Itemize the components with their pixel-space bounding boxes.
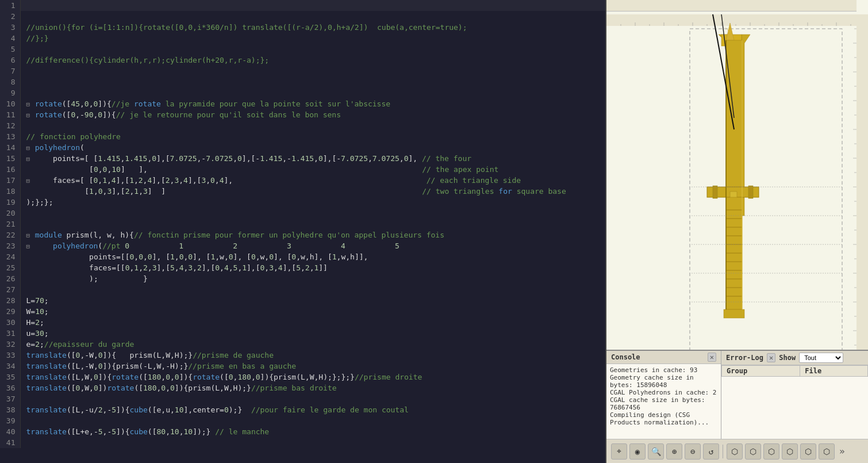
code-line[interactable]: L=70; <box>20 295 605 306</box>
fold-icon[interactable]: ⊟ <box>26 101 34 108</box>
view-front-button[interactable]: ⬡ <box>745 443 761 460</box>
line-number: 3 <box>0 22 20 33</box>
code-line[interactable]: translate([L,W,0]){rotate([180,0,0]){rot… <box>20 372 605 382</box>
code-line[interactable]: ); } <box>20 273 605 284</box>
col-file: File <box>800 366 868 377</box>
console-title: Console <box>611 353 640 361</box>
code-line[interactable]: translate([L+e,-5,-5]){cube([80,10,10]);… <box>20 426 605 437</box>
code-line[interactable] <box>20 66 605 76</box>
col-group: Group <box>722 366 800 377</box>
error-table: Group File <box>721 365 868 377</box>
code-line[interactable]: //difference(){cylinder(h,r,r);cylinder(… <box>20 55 605 66</box>
fold-icon[interactable]: ⊟ <box>26 177 34 185</box>
error-log-header: Error-Log ✕ Show ToutErrorsWarnings <box>721 351 868 365</box>
svg-rect-58 <box>748 186 753 198</box>
code-line[interactable] <box>20 0 605 11</box>
code-line[interactable]: ⊟ rotate([0,-90,0]){// je le retourne po… <box>20 109 605 120</box>
fold-icon[interactable]: ⊟ <box>26 232 34 239</box>
line-number: 17 <box>0 175 20 186</box>
code-line[interactable]: translate([0,-W,0]){ prism(L,W,H);}//pri… <box>20 350 605 361</box>
line-number: 7 <box>0 66 20 76</box>
code-line[interactable]: points=[[0,0,0], [1,0,0], [1,w,0], [0,w,… <box>20 251 605 262</box>
show-select[interactable]: ToutErrorsWarnings <box>799 353 843 363</box>
reset-view-button[interactable]: ↺ <box>703 443 719 460</box>
table-row: 29W=10; <box>0 306 605 317</box>
code-line[interactable] <box>20 120 605 131</box>
view-left-button[interactable]: ⬡ <box>782 443 798 460</box>
show-label: Show <box>779 354 796 362</box>
table-row: 33translate([0,-W,0]){ prism(L,W,H);}//p… <box>0 350 605 361</box>
code-line[interactable]: ⊟ polyhedron(//pt 0 1 2 3 4 5 <box>20 240 605 251</box>
table-row: 9 <box>0 87 605 98</box>
fold-icon[interactable]: ⊟ <box>26 112 34 119</box>
code-line[interactable] <box>20 415 605 426</box>
line-number: 24 <box>0 251 20 262</box>
line-number: 23 <box>0 240 20 251</box>
line-number: 1 <box>0 0 20 11</box>
console-close-button[interactable]: ✕ <box>708 353 716 362</box>
code-line[interactable]: // fonction polyhedre <box>20 131 605 142</box>
code-line[interactable]: [0,0,10] ], // the apex point <box>20 164 605 175</box>
console-line: CGAL cache size in bytes: 76867456 <box>610 396 717 411</box>
code-line[interactable] <box>20 437 605 448</box>
code-line[interactable]: );};}; <box>20 197 605 208</box>
code-line[interactable]: //};} <box>20 33 605 44</box>
code-line[interactable]: W=10; <box>20 306 605 317</box>
console-header: Console ✕ <box>606 351 721 364</box>
code-line[interactable]: ⊟ faces=[ [0,1,4],[1,2,4],[2,3,4],[3,0,4… <box>20 175 605 186</box>
zoom-in-button[interactable]: ⊕ <box>666 443 682 460</box>
code-line[interactable]: [1,0,3],[2,1,3] ] // two triangles for s… <box>20 186 605 197</box>
line-number: 38 <box>0 404 20 415</box>
code-table: 123//union(){for (i=[1:1:n]){rotate([0,0… <box>0 0 605 448</box>
table-row: 25 faces=[[0,1,2,3],[5,4,3,2],[0,4,5,1],… <box>0 262 605 273</box>
code-line[interactable]: faces=[[0,1,2,3],[5,4,3,2],[0,4,5,1],[0,… <box>20 262 605 273</box>
toolbar-more-button[interactable]: » <box>837 446 847 457</box>
zoom-extents-button[interactable]: 🔍 <box>648 443 664 460</box>
line-number: 13 <box>0 131 20 142</box>
code-line[interactable]: H=2; <box>20 317 605 328</box>
code-line[interactable]: ⊟ polyhedron( <box>20 142 605 153</box>
fold-icon[interactable]: ⊟ <box>26 243 34 250</box>
code-line[interactable]: translate([0,W,0])rotate([180,0,0]){pris… <box>20 382 605 393</box>
console-content[interactable]: Geometries in cache: 93Geometry cache si… <box>606 364 721 439</box>
table-row: 24 points=[[0,0,0], [1,0,0], [1,w,0], [0… <box>0 251 605 262</box>
code-line[interactable] <box>20 219 605 229</box>
code-line[interactable]: u=30; <box>20 328 605 339</box>
code-editor[interactable]: 123//union(){for (i=[1:1:n]){rotate([0,0… <box>0 0 606 463</box>
view-3d-button[interactable]: ⬡ <box>727 443 743 460</box>
fold-icon[interactable]: ⊟ <box>26 144 34 152</box>
table-row: 5 <box>0 44 605 55</box>
view-back-button[interactable]: ⬡ <box>763 443 779 460</box>
line-number: 28 <box>0 295 20 306</box>
view-all-button[interactable]: ⌖ <box>611 443 627 460</box>
code-line[interactable]: translate([L,-W,0]){prism(-L,W,-H);}//pr… <box>20 361 605 372</box>
code-line[interactable] <box>20 284 605 295</box>
table-row: 16 [0,0,10] ], // the apex point <box>0 164 605 175</box>
code-line[interactable] <box>20 44 605 55</box>
code-line[interactable] <box>20 87 605 98</box>
table-row: 1 <box>0 0 605 11</box>
code-line[interactable] <box>20 11 605 22</box>
view-top-button[interactable]: ⬡ <box>819 443 835 460</box>
table-row: 35translate([L,W,0]){rotate([180,0,0]){r… <box>0 372 605 382</box>
view-right-button[interactable]: ⬡ <box>800 443 816 460</box>
zoom-out-button[interactable]: ⊖ <box>685 443 701 460</box>
code-line[interactable]: //union(){for (i=[1:1:n]){rotate([0,0,i*… <box>20 22 605 33</box>
console-line: Geometry cache size in bytes: 15896048 <box>610 374 717 389</box>
view-panel[interactable]: Z Y X ⌖ ◉ 🔍 ⊕ ⊖ ↺ ⬡ ⬡ <box>606 0 868 463</box>
code-line[interactable] <box>20 208 605 219</box>
error-log-close-button[interactable]: ✕ <box>767 353 775 362</box>
line-number: 11 <box>0 109 20 120</box>
code-line[interactable]: e=2;//epaisseur du garde <box>20 339 605 350</box>
code-line[interactable]: ⊟ points=[ [1.415,1.415,0],[7.0725,-7.07… <box>20 153 605 164</box>
code-line[interactable]: ⊟ module prism(l, w, h){// fonctin prism… <box>20 229 605 240</box>
view-perspective-button[interactable]: ◉ <box>629 443 646 460</box>
code-line[interactable]: ⊟ rotate([45,0,0]){//je rotate la pyrami… <box>20 98 605 109</box>
line-number: 5 <box>0 44 20 55</box>
code-line[interactable] <box>20 76 605 87</box>
fold-icon[interactable]: ⊟ <box>26 155 34 163</box>
code-line[interactable]: translate([L,-u/2,-5]){cube([e,u,10],cen… <box>20 404 605 415</box>
table-row: 6//difference(){cylinder(h,r,r);cylinder… <box>0 55 605 66</box>
bottom-panels: Console ✕ Geometries in cache: 93Geometr… <box>606 350 868 439</box>
code-line[interactable] <box>20 393 605 404</box>
